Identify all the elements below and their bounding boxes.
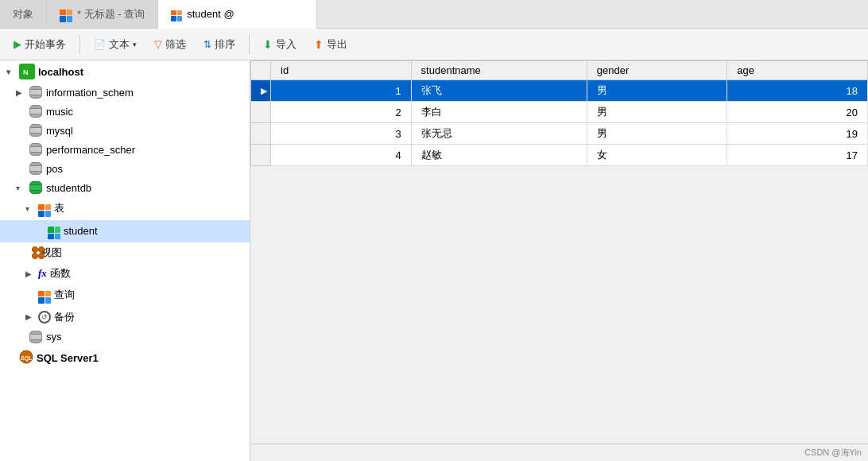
sidebar-item-studentdb[interactable]: ▾ studentdb	[0, 178, 250, 197]
text-label: 文本	[109, 37, 130, 52]
tab-student[interactable]: student @	[158, 0, 317, 29]
table-group-icon	[38, 200, 51, 217]
sidebar-item-mysql[interactable]: mysql	[0, 121, 250, 140]
information-schema-label: information_schem	[46, 87, 134, 99]
col-indicator-header	[251, 61, 271, 80]
cell-id[interactable]: 2	[271, 102, 412, 123]
sidebar-item-information-schema[interactable]: ▶ information_schem	[0, 83, 250, 102]
backup-label: 备份	[54, 310, 75, 324]
sidebar-item-performance-schema[interactable]: performance_scher	[0, 140, 250, 159]
cell-age[interactable]: 17	[727, 145, 868, 166]
cell-gender[interactable]: 男	[587, 102, 727, 123]
cell-gender[interactable]: 男	[587, 123, 727, 145]
cell-studentname[interactable]: 赵敏	[411, 145, 587, 166]
chevron-down-icon: ▾	[6, 68, 16, 76]
query-icon	[38, 287, 51, 304]
text-icon: 📄	[94, 39, 106, 50]
localhost-label: localhost	[38, 66, 83, 78]
table-row[interactable]: 3张无忌男19	[251, 123, 868, 145]
sidebar-item-sys[interactable]: sys	[0, 327, 250, 347]
table-row[interactable]: 2李白男20	[251, 102, 868, 123]
cell-gender[interactable]: 男	[587, 80, 727, 102]
studentdb-label: studentdb	[46, 182, 91, 194]
cell-id[interactable]: 4	[271, 145, 412, 166]
begin-transaction-button[interactable]: ▶ 开始事务	[6, 33, 73, 56]
cell-id[interactable]: 1	[271, 80, 412, 102]
sidebar-item-student-table[interactable]: student	[0, 220, 250, 243]
sidebar-item-tables-group[interactable]: ▾ 表	[0, 197, 250, 220]
footer: CSDN @海Yin	[250, 444, 868, 461]
filter-label: 筛选	[165, 37, 186, 52]
table-row[interactable]: 4赵敏女17	[251, 145, 868, 166]
sidebar-item-music[interactable]: music	[0, 102, 250, 121]
db-gray-icon	[29, 162, 43, 175]
sort-label: 排序	[215, 37, 235, 52]
row-indicator	[251, 102, 271, 123]
cell-id[interactable]: 3	[271, 123, 412, 145]
backup-icon: ↺	[38, 311, 51, 323]
data-panel: id studentname gender age ▶1张飞男182李白男203…	[250, 60, 868, 461]
sidebar-item-backup[interactable]: ▶ ↺ 备份	[0, 307, 250, 327]
music-label: music	[46, 106, 73, 118]
tab-objects-label: 对象	[13, 7, 33, 21]
tab-bar: 对象 * 无标题 - 查询 student @	[0, 0, 868, 29]
separator-1	[79, 35, 80, 54]
performance-schema-label: performance_scher	[46, 144, 135, 156]
row-indicator: ▶	[251, 80, 271, 102]
cell-studentname[interactable]: 李白	[411, 102, 587, 123]
cell-studentname[interactable]: 张飞	[411, 80, 587, 102]
import-button[interactable]: ⬇ 导入	[256, 33, 304, 56]
col-gender-header[interactable]: gender	[587, 61, 727, 80]
export-button[interactable]: ⬆ 导出	[307, 33, 355, 56]
mysql-label: mysql	[46, 125, 73, 137]
text-dropdown-icon: ▾	[133, 41, 137, 48]
db-gray-icon	[29, 86, 43, 99]
tab-query-label: * 无标题 - 查询	[77, 7, 145, 21]
col-age-header[interactable]: age	[727, 61, 868, 80]
filter-button[interactable]: ▽ 筛选	[147, 33, 193, 56]
sidebar-item-functions[interactable]: ▶ fx 函数	[0, 263, 250, 284]
sort-icon: ⇅	[203, 39, 211, 50]
chevron-down-icon: ▾	[25, 204, 35, 213]
cell-age[interactable]: 18	[727, 80, 868, 102]
sidebar-item-localhost[interactable]: ▾ N localhost	[0, 60, 250, 83]
sidebar-item-pos[interactable]: pos	[0, 159, 250, 178]
sys-label: sys	[46, 331, 62, 343]
separator-2	[249, 35, 250, 54]
pos-label: pos	[46, 163, 63, 175]
text-button[interactable]: 📄 文本 ▾	[87, 33, 144, 56]
db-gray-icon	[29, 331, 43, 343]
cell-age[interactable]: 20	[727, 102, 868, 123]
queries-label: 查询	[54, 288, 75, 302]
sidebar-item-queries[interactable]: 查询	[0, 284, 250, 307]
cell-age[interactable]: 19	[727, 123, 868, 145]
transaction-icon: ▶	[14, 38, 21, 50]
sqlserver-icon: SQL	[19, 350, 33, 366]
main-content: ▾ N localhost ▶	[0, 60, 868, 461]
data-grid[interactable]: id studentname gender age ▶1张飞男182李白男203…	[250, 60, 868, 444]
chevron-right-icon: ▶	[25, 312, 35, 321]
cell-gender[interactable]: 女	[587, 145, 727, 166]
tab-objects[interactable]: 对象	[0, 0, 47, 28]
app-container: 对象 * 无标题 - 查询 student @	[0, 0, 868, 461]
tab-query[interactable]: * 无标题 - 查询	[47, 0, 158, 28]
localhost-icon: N	[19, 64, 35, 79]
db-gray-icon	[29, 124, 43, 137]
col-studentname-header[interactable]: studentname	[411, 61, 587, 80]
table-row[interactable]: ▶1张飞男18	[251, 80, 868, 102]
sidebar-item-views[interactable]: 视图	[0, 242, 250, 263]
functions-label: 函数	[50, 266, 71, 281]
sidebar-item-sqlserver1[interactable]: SQL SQL Server1	[0, 347, 250, 370]
toolbar: ▶ 开始事务 📄 文本 ▾ ▽ 筛选 ⇅ 排序 ⬇ 导入 ⬆ 导出	[0, 29, 868, 60]
table-icon	[48, 223, 60, 240]
row-indicator	[251, 145, 271, 166]
col-id-header[interactable]: id	[271, 61, 412, 80]
import-icon: ⬇	[263, 38, 273, 51]
row-indicator	[251, 123, 271, 145]
sqlserver1-label: SQL Server1	[37, 352, 99, 364]
student-tab-icon	[171, 6, 182, 21]
sort-button[interactable]: ⇅ 排序	[196, 33, 242, 56]
cell-studentname[interactable]: 张无忌	[411, 123, 587, 145]
expand-icon: ▶	[16, 88, 25, 97]
tab-student-label: student @	[187, 8, 234, 20]
